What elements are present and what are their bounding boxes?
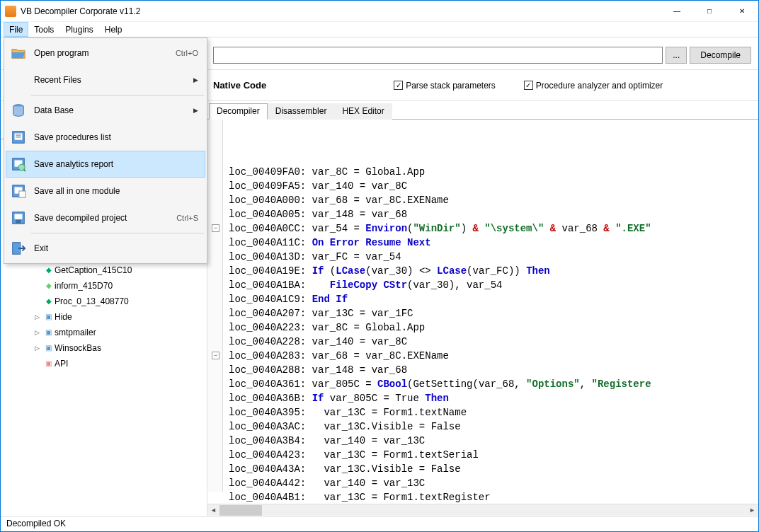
expand-icon[interactable]: ▷ [33,313,41,321]
window-controls: — □ ✕ [661,1,758,21]
code-line: loc_0040A423: var_13C = Form1.textSerial [229,448,758,462]
tab-hex-editor[interactable]: HEX Editor [334,103,392,120]
code-line: loc_0040A228: var_140 = var_8C [229,335,758,349]
svg-rect-13 [16,220,21,224]
menu-item-exit[interactable]: Exit [6,235,205,262]
menu-item-save-analytics-report[interactable]: Save analytics report [6,151,205,178]
svg-rect-3 [16,134,21,135]
menu-item-label: Save procedures list [34,132,201,142]
menu-item-save-procedures-list[interactable]: Save procedures list [6,124,205,151]
decompile-button[interactable]: Decompile [690,47,751,64]
tree-item[interactable]: ▷▣Hide [15,309,207,325]
menu-item-label: Exit [34,243,201,253]
parse-stack-checkbox[interactable]: ✓ Parse stack parameters [394,81,496,91]
tree-item[interactable]: ▷▣smtpmailer [15,325,207,340]
menu-shortcut: Ctrl+S [176,214,198,222]
menu-plugins[interactable]: Plugins [59,22,98,37]
maximize-button[interactable]: □ [693,1,726,21]
module-icon: ▣ [45,340,52,356]
folder-open-icon [10,45,27,62]
checkbox-icon: ✓ [394,81,403,90]
tree-item[interactable]: ◆Proc_0_13_408770 [15,294,207,309]
menu-separator [31,233,204,233]
tree-item-label: Proc_0_13_408770 [55,294,129,309]
menu-help[interactable]: Help [99,22,128,37]
proc-icon: ◆ [46,294,52,309]
api-icon: ▣ [45,356,52,371]
horizontal-scrollbar[interactable]: ◄ ► [207,504,758,516]
menu-item-label: Data Base [34,105,186,115]
module-icon: ▣ [45,325,52,340]
fold-icon[interactable]: − [212,352,219,359]
code-view[interactable]: −− loc_00409FA0: var_8C = Global.Apploc_… [207,120,758,504]
minimize-button[interactable]: — [661,1,693,21]
expand-icon[interactable]: ▷ [33,345,41,352]
database-icon [10,102,27,119]
proc-icon: ◆ [46,262,52,278]
tab-decompiler[interactable]: Decompiler [209,103,268,120]
code-line: loc_0040A207: var_13C = var_1FC [229,306,758,320]
exit-icon [10,240,27,257]
menu-item-open-program[interactable]: Open programCtrl+O [6,40,205,66]
close-button[interactable]: ✕ [726,1,758,21]
tree-item-label: smtpmailer [55,325,96,340]
submenu-arrow-icon: ▶ [193,76,198,83]
file-menu-dropdown: Open programCtrl+ORecent Files▶Data Base… [4,37,207,264]
menu-separator [31,95,204,96]
svg-rect-12 [15,214,23,219]
submenu-arrow-icon: ▶ [193,107,198,114]
menu-item-label: Save all in one module [34,186,201,196]
scroll-right-icon[interactable]: ► [746,504,758,516]
code-panel: Decompiler Disassembler HEX Editor −− lo… [207,103,758,516]
code-line: loc_0040A19E: If (LCase(var_30) <> LCase… [229,264,758,278]
code-line: loc_0040A3B4: var_140 = var_13C [229,434,758,448]
code-line: loc_0040A395: var_13C = Form1.textName [229,405,758,420]
tree-item-label: API [55,356,68,371]
save-module-icon [10,183,27,200]
checkbox-icon: ✓ [524,81,533,90]
tree-item[interactable]: ◆GetCaption_415C10 [15,262,207,278]
code-gutter: −− [207,120,223,492]
statusbar: Decompiled OK [1,516,758,531]
menu-item-save-all-in-one-module[interactable]: Save all in one module [6,178,205,204]
menu-item-data-base[interactable]: Data Base▶ [6,97,205,124]
proc-analyzer-checkbox[interactable]: ✓ Procedure analyzer and optimizer [524,81,663,91]
scroll-left-icon[interactable]: ◄ [207,504,219,516]
titlebar: VB Decompiler Corporate v11.2 — □ ✕ [1,1,758,22]
tree-item-label: Hide [55,309,72,325]
code-line: loc_0040A36B: If var_805C = True Then [229,391,758,405]
tree-item[interactable]: ▷▣WinsockBas [15,340,207,356]
browse-button[interactable]: ... [666,47,687,64]
window-title: VB Decompiler Corporate v11.2 [21,6,661,16]
code-line: loc_00409FA0: var_8C = Global.App [229,165,758,179]
code-tabs: Decompiler Disassembler HEX Editor [207,103,758,120]
svg-rect-10 [19,191,25,197]
expand-icon[interactable]: ▷ [33,329,41,337]
menu-tools[interactable]: Tools [28,22,59,37]
menu-item-save-decompiled-project[interactable]: Save decompiled projectCtrl+S [6,204,205,231]
code-line: loc_0040A442: var_140 = var_13C [229,476,758,490]
tree-item[interactable]: ▣API [15,356,207,371]
proc-icon: ◆ [46,278,52,294]
save-analytics-icon [10,156,27,173]
menu-file[interactable]: File [4,22,28,37]
app-icon [5,6,16,17]
menu-item-label: Save analytics report [34,159,201,169]
code-line: loc_0040A005: var_148 = var_68 [229,207,758,221]
blank-icon [10,71,27,88]
scroll-thumb[interactable] [219,505,262,516]
menu-shortcut: Ctrl+O [176,49,198,57]
save-list-icon [10,129,27,146]
svg-rect-4 [16,137,21,137]
menu-item-label: Recent Files [34,75,186,85]
code-line: loc_0040A361: var_805C = CBool(GetSettin… [229,377,758,391]
tree-item[interactable]: ◆inform_415D70 [15,278,207,294]
tab-disassembler[interactable]: Disassembler [268,103,335,120]
path-input[interactable] [213,47,663,64]
fold-icon[interactable]: − [212,224,219,232]
code-line: loc_0040A0CC: var_54 = Environ("WinDir")… [229,221,758,236]
menu-item-recent-files[interactable]: Recent Files▶ [6,66,205,93]
code-line: loc_0040A43A: var_13C.Visible = False [229,462,758,476]
module-icon: ▣ [45,309,52,325]
code-line: loc_0040A13D: var_FC = var_54 [229,250,758,264]
